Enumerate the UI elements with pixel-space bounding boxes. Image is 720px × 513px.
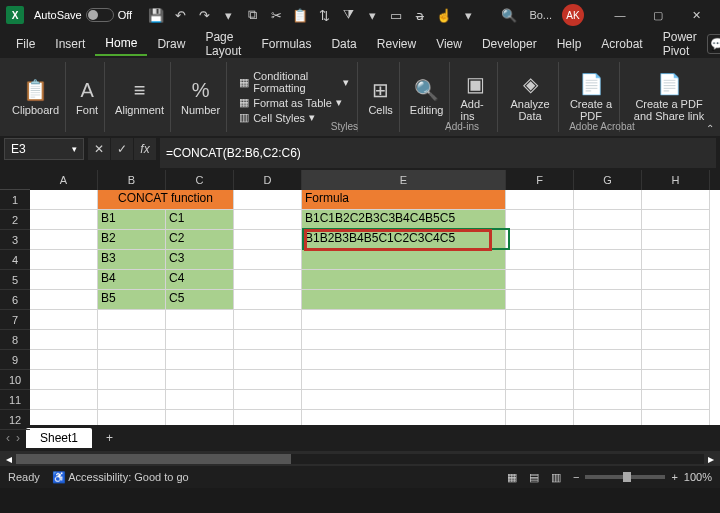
cell[interactable] (506, 190, 574, 210)
cell[interactable] (30, 210, 98, 230)
cell[interactable] (574, 210, 642, 230)
search-icon[interactable]: 🔍 (499, 5, 519, 25)
confirm-formula-icon[interactable]: ✓ (111, 138, 133, 160)
cell[interactable] (98, 330, 166, 350)
row-header[interactable]: 7 (0, 310, 30, 330)
cell[interactable] (302, 410, 506, 425)
redo-icon[interactable]: ↷ (194, 5, 214, 25)
touch-icon[interactable]: ☝ (434, 5, 454, 25)
col-header[interactable]: F (506, 170, 574, 190)
menu-review[interactable]: Review (367, 33, 426, 55)
cell[interactable]: CONCAT function (98, 190, 234, 210)
autosave-toggle[interactable]: AutoSave Off (34, 8, 132, 22)
cell[interactable] (98, 350, 166, 370)
accessibility-status[interactable]: ♿ Accessibility: Good to go (52, 471, 189, 484)
cell[interactable] (302, 350, 506, 370)
row-header[interactable]: 8 (0, 330, 30, 350)
row-header[interactable]: 4 (0, 250, 30, 270)
row-header[interactable]: 6 (0, 290, 30, 310)
view-pagelayout-icon[interactable]: ▤ (529, 471, 539, 484)
sort-icon[interactable]: ⇅ (314, 5, 334, 25)
copy-icon[interactable]: ⧉ (242, 5, 262, 25)
cell[interactable] (642, 350, 710, 370)
cell[interactable] (642, 190, 710, 210)
row-header[interactable]: 11 (0, 390, 30, 410)
cell[interactable] (30, 370, 98, 390)
col-header[interactable]: C (166, 170, 234, 190)
cell[interactable] (30, 390, 98, 410)
cell[interactable] (166, 330, 234, 350)
scroll-track[interactable] (16, 454, 704, 464)
cell[interactable] (574, 410, 642, 425)
cell[interactable] (642, 210, 710, 230)
cell[interactable] (302, 290, 506, 310)
undo-icon[interactable]: ↶ (170, 5, 190, 25)
cell[interactable] (234, 330, 302, 350)
cell[interactable] (166, 310, 234, 330)
strike-icon[interactable]: a̶ (410, 5, 430, 25)
cell[interactable] (302, 330, 506, 350)
cell[interactable]: C5 (166, 290, 234, 310)
cell[interactable]: C1 (166, 210, 234, 230)
cell[interactable] (30, 230, 98, 250)
cell[interactable]: B5 (98, 290, 166, 310)
row-header[interactable]: 1 (0, 190, 30, 210)
cell[interactable]: C2 (166, 230, 234, 250)
cell[interactable] (302, 390, 506, 410)
paste-icon[interactable]: 📋 (290, 5, 310, 25)
row-header[interactable]: 12 (0, 410, 30, 430)
scroll-thumb[interactable] (16, 454, 291, 464)
cell[interactable] (506, 230, 574, 250)
cell[interactable] (506, 310, 574, 330)
row-header[interactable]: 3 (0, 230, 30, 250)
cell-active[interactable]: B1B2B3B4B5C1C2C3C4C5 (302, 230, 506, 250)
cell[interactable] (302, 370, 506, 390)
collapse-ribbon-icon[interactable]: ⌃ (706, 123, 714, 134)
cell[interactable] (30, 310, 98, 330)
col-header[interactable]: B (98, 170, 166, 190)
toggle-switch[interactable] (86, 8, 114, 22)
cell[interactable] (642, 270, 710, 290)
cell[interactable] (30, 330, 98, 350)
prev-sheet-icon[interactable]: ‹ (6, 431, 10, 445)
scroll-right-icon[interactable]: ▸ (708, 452, 714, 466)
menu-acrobat[interactable]: Acrobat (591, 33, 652, 55)
cut-icon[interactable]: ✂ (266, 5, 286, 25)
menu-powerpivot[interactable]: Power Pivot (653, 26, 707, 62)
row-header[interactable]: 5 (0, 270, 30, 290)
menu-formulas[interactable]: Formulas (251, 33, 321, 55)
cell[interactable] (98, 370, 166, 390)
cell[interactable]: B3 (98, 250, 166, 270)
cell[interactable] (642, 250, 710, 270)
cell[interactable] (234, 250, 302, 270)
maximize-button[interactable]: ▢ (640, 1, 676, 29)
cell[interactable] (574, 190, 642, 210)
cell[interactable] (234, 370, 302, 390)
cell[interactable] (506, 210, 574, 230)
save-icon[interactable]: 💾 (146, 5, 166, 25)
add-sheet-icon[interactable]: + (98, 431, 121, 445)
row-header[interactable]: 9 (0, 350, 30, 370)
filter-icon[interactable]: ⧩ (338, 5, 358, 25)
cell[interactable] (506, 290, 574, 310)
cell[interactable] (98, 390, 166, 410)
cell[interactable]: B1 (98, 210, 166, 230)
col-header[interactable]: A (30, 170, 98, 190)
format-as-table-button[interactable]: ▦Format as Table ▾ (239, 96, 342, 109)
view-normal-icon[interactable]: ▦ (507, 471, 517, 484)
menu-help[interactable]: Help (547, 33, 592, 55)
cell[interactable] (574, 350, 642, 370)
cell[interactable] (166, 350, 234, 370)
cell[interactable] (234, 270, 302, 290)
zoom-level[interactable]: 100% (684, 471, 712, 483)
next-sheet-icon[interactable]: › (16, 431, 20, 445)
cell[interactable] (166, 390, 234, 410)
menu-file[interactable]: File (6, 33, 45, 55)
avatar[interactable]: AK (562, 4, 584, 26)
conditional-formatting-button[interactable]: ▦Conditional Formatting ▾ (239, 70, 349, 94)
zoom-out-icon[interactable]: − (573, 471, 579, 483)
horizontal-scrollbar[interactable]: ◂ ▸ (0, 451, 720, 466)
cell[interactable] (574, 390, 642, 410)
menu-insert[interactable]: Insert (45, 33, 95, 55)
cell[interactable] (234, 230, 302, 250)
